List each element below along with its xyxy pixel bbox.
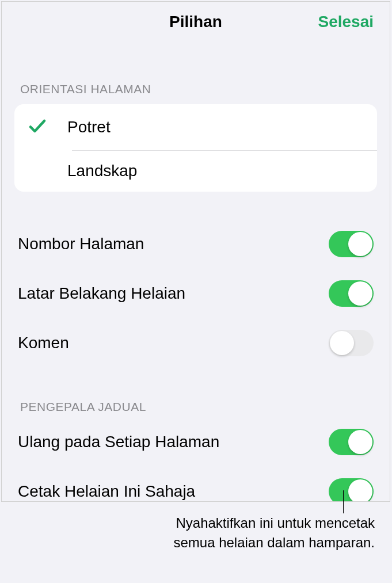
comments-label: Komen [18,334,69,352]
options-panel: Pilihan Selesai ORIENTASI HALAMAN Potret… [1,1,390,502]
page-numbers-toggle[interactable] [329,231,374,257]
orientation-option-portrait[interactable]: Potret [14,104,377,150]
toggle-knob [330,331,354,355]
checkmark-icon [27,116,48,139]
section-header-orientation: ORIENTASI HALAMAN [2,82,390,96]
comments-toggle[interactable] [329,330,374,356]
callout-text: Nyahaktifkan ini untuk mencetak semua he… [150,513,375,552]
toggle-row-sheet-background: Latar Belakang Helaian [18,269,374,318]
sheet-background-label: Latar Belakang Helaian [18,284,185,303]
print-this-sheet-only-label: Cetak Helaian Ini Sahaja [18,482,195,501]
panel-header: Pilihan Selesai [2,2,390,42]
toggle-knob [348,430,372,454]
orientation-portrait-label: Potret [67,118,111,136]
section-header-table-headers: PENGEPALA JADUAL [2,400,390,414]
orientation-list: Potret Landskap [14,104,377,192]
panel-title: Pilihan [169,13,222,31]
table-headers-section: Ulang pada Setiap Halaman Cetak Helaian … [2,417,390,502]
toggle-row-repeat-each-page: Ulang pada Setiap Halaman [18,417,374,467]
done-button[interactable]: Selesai [318,13,374,31]
repeat-each-page-toggle[interactable] [329,429,374,455]
toggle-knob [348,479,372,502]
toggle-row-page-numbers: Nombor Halaman [18,219,374,269]
page-numbers-label: Nombor Halaman [18,235,144,253]
repeat-each-page-label: Ulang pada Setiap Halaman [18,433,219,451]
sheet-background-toggle[interactable] [329,280,374,307]
toggle-row-print-this-sheet-only: Cetak Helaian Ini Sahaja [18,467,374,502]
toggle-knob [348,232,372,256]
toggles-section: Nombor Halaman Latar Belakang Helaian Ko… [2,219,390,368]
callout-leader-line [343,490,344,513]
orientation-option-landscape[interactable]: Landskap [14,150,377,192]
toggle-row-comments: Komen [18,318,374,368]
print-this-sheet-only-toggle[interactable] [329,478,374,502]
orientation-landscape-label: Landskap [67,162,137,180]
toggle-knob [348,281,372,306]
